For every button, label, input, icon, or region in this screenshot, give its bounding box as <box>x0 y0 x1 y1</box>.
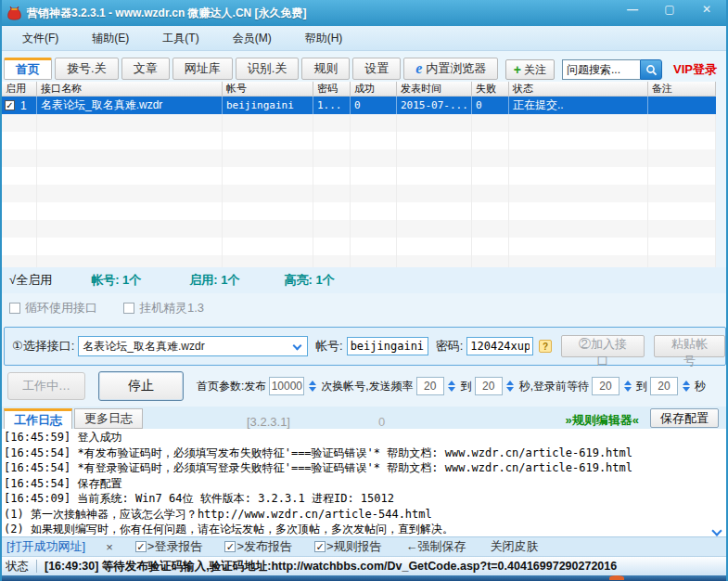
stepper-arrows-icon[interactable] <box>446 377 458 395</box>
counter-label: 0 <box>378 415 385 429</box>
tab-recognize[interactable]: 识别.关 <box>236 58 300 80</box>
rule-report-option[interactable]: ✓ >规则报告 <box>314 538 382 555</box>
table-empty-area <box>2 114 716 267</box>
tab-rules[interactable]: 规则 <box>301 58 350 80</box>
freq-from-value[interactable]: 20 <box>416 377 444 395</box>
vip-login-link[interactable]: VIP登录 <box>673 61 717 78</box>
wait-to-value[interactable]: 20 <box>650 377 678 395</box>
login-report-checkbox[interactable]: ✓ <box>135 541 147 552</box>
stepper-arrows-icon[interactable] <box>306 377 318 395</box>
tab-settings[interactable]: 设置 <box>352 58 401 80</box>
row-status: 正在提交.. <box>509 97 648 114</box>
enable-all-toggle[interactable]: √全启用 <box>9 272 52 289</box>
col-note[interactable]: 备注 <box>648 82 716 96</box>
menu-tools[interactable]: 工具(T) <box>151 27 210 50</box>
working-button[interactable]: 工作中… <box>7 372 85 400</box>
tab-url-library[interactable]: 网址库 <box>172 58 233 80</box>
account-field[interactable] <box>347 337 428 355</box>
close-button[interactable]: ✕ <box>695 3 719 16</box>
to1-label: 到 <box>461 379 472 394</box>
close-icon[interactable]: × <box>106 540 113 554</box>
menu-member[interactable]: 会员(M) <box>222 27 283 50</box>
col-interface-name[interactable]: 接口名称 <box>37 82 223 96</box>
col-post-time[interactable]: 发表时间 <box>397 82 472 96</box>
tab-dial[interactable]: 拨号.关 <box>55 58 119 80</box>
freq-to-value[interactable]: 20 <box>475 377 503 395</box>
col-password[interactable]: 密码 <box>313 82 351 96</box>
menu-assist[interactable]: 辅助(E) <box>81 27 140 50</box>
row-enable-cell: ✓ 1 <box>2 97 37 114</box>
money-bag-icon <box>7 6 21 21</box>
tab-builtin-browser[interactable]: e 内置浏览器 <box>403 58 498 80</box>
rule-editor-link[interactable]: »规则编辑器« <box>566 412 639 429</box>
publish-count-value[interactable]: 10000 <box>269 377 304 395</box>
help-icon[interactable]: ? <box>539 340 552 353</box>
hangup-checkbox[interactable] <box>123 303 134 314</box>
row-checkbox[interactable]: ✓ <box>5 100 15 110</box>
params-prefix-label: 首页参数:发布 <box>197 379 266 394</box>
col-account[interactable]: 帐号 <box>223 82 313 96</box>
password-field[interactable] <box>466 337 533 355</box>
publish-count-stepper: 10000 <box>269 377 318 395</box>
minimize-button[interactable]: — <box>620 3 645 16</box>
publish-report-checkbox[interactable]: ✓ <box>224 541 236 552</box>
loop-interface-checkbox[interactable] <box>9 303 20 314</box>
to2-label: 到 <box>636 379 647 394</box>
col-enable[interactable]: 启用 <box>2 82 37 96</box>
tab-more-log[interactable]: 更多日志 <box>74 408 143 429</box>
freq-to-stepper: 20 <box>475 377 517 395</box>
chevron-down-icon <box>293 342 302 351</box>
row-number: 1 <box>20 99 27 112</box>
ie-browser-icon: e <box>415 58 422 79</box>
menu-file[interactable]: 文件(F) <box>11 27 70 50</box>
row-post-time: 2015-07-... <box>397 97 472 114</box>
status-divider <box>36 560 37 573</box>
seg1-label: 次换帐号,发送频率 <box>321 379 413 394</box>
save-config-button[interactable]: 保存配置 <box>650 408 719 428</box>
tab-work-log[interactable]: 工作日志 <box>4 408 72 429</box>
publish-params: 首页参数:发布 10000 次换帐号,发送频率 20 到 20 秒,登录前等待 … <box>197 377 706 395</box>
paste-account-button[interactable]: 粘贴帐号 <box>654 335 725 357</box>
follow-button[interactable]: + 关注 <box>505 59 555 80</box>
col-status[interactable]: 状态 <box>509 82 648 96</box>
status-text: [16:49:30] 等待发布验证码输入,验证码地址:http://watchb… <box>45 559 617 575</box>
add-interface-button[interactable]: ②加入接口 <box>561 335 645 357</box>
row-password: 1... <box>313 97 351 114</box>
login-report-label: >登录报告 <box>147 538 203 555</box>
stepper-arrows-icon[interactable] <box>680 377 692 395</box>
hangup-option[interactable]: 挂机精灵1.3 <box>123 300 204 316</box>
open-success-url-link[interactable]: [打开成功网址] <box>6 538 85 555</box>
question-search-input[interactable] <box>562 59 640 80</box>
login-report-option[interactable]: ✓ >登录报告 <box>135 538 203 555</box>
row-success: 0 <box>351 97 397 114</box>
log-line: [16:45:54] 保存配置 <box>4 476 724 492</box>
col-fail[interactable]: 失败 <box>472 82 509 96</box>
table-row[interactable]: ✓ 1 名表论坛_取名真难.wzdr beijingaini 1... 0 20… <box>2 97 716 114</box>
stepper-arrows-icon[interactable] <box>504 377 517 395</box>
stop-button[interactable]: 停止 <box>98 371 184 401</box>
rule-report-label: >规则报告 <box>326 538 382 555</box>
tab-home[interactable]: 首页 <box>4 58 52 80</box>
force-save-link[interactable]: ←强制保存 <box>406 538 466 555</box>
log-line: [16:45:54] *有登录验证码时，必须填写登录失败特征'===验证码错误'… <box>4 460 724 476</box>
wait-to-stepper: 20 <box>650 377 692 395</box>
menu-help[interactable]: 帮助(H) <box>294 27 354 50</box>
version-label: [3.2.3.1] <box>247 415 290 429</box>
row-account: beijingaini <box>223 97 313 114</box>
col-success[interactable]: 成功 <box>351 82 397 96</box>
search-icon <box>645 64 658 76</box>
publish-report-option[interactable]: ✓ >发布报告 <box>224 538 292 555</box>
interface-select[interactable]: 名表论坛_取名真难.wzdr <box>78 336 308 356</box>
interface-select-value: 名表论坛_取名真难.wzdr <box>83 339 204 355</box>
search-button[interactable] <box>640 59 662 80</box>
stepper-arrows-icon[interactable] <box>621 377 633 395</box>
close-skin-link[interactable]: 关闭皮肤 <box>491 538 539 555</box>
row-note <box>648 97 716 114</box>
maximize-button[interactable]: ▢ <box>658 3 682 16</box>
tab-article[interactable]: 文章 <box>121 58 170 80</box>
log-line: (1) 第一次接触神器，应该怎么学习？http://www.wzdr.cn/ar… <box>4 507 724 523</box>
work-log-area[interactable]: [16:45:59] 登入成功 [16:45:54] *有发布验证码时，必须填写… <box>2 429 726 536</box>
loop-interface-option[interactable]: 循环使用接口 <box>9 300 97 316</box>
rule-report-checkbox[interactable]: ✓ <box>314 541 326 552</box>
wait-from-value[interactable]: 20 <box>592 377 619 395</box>
